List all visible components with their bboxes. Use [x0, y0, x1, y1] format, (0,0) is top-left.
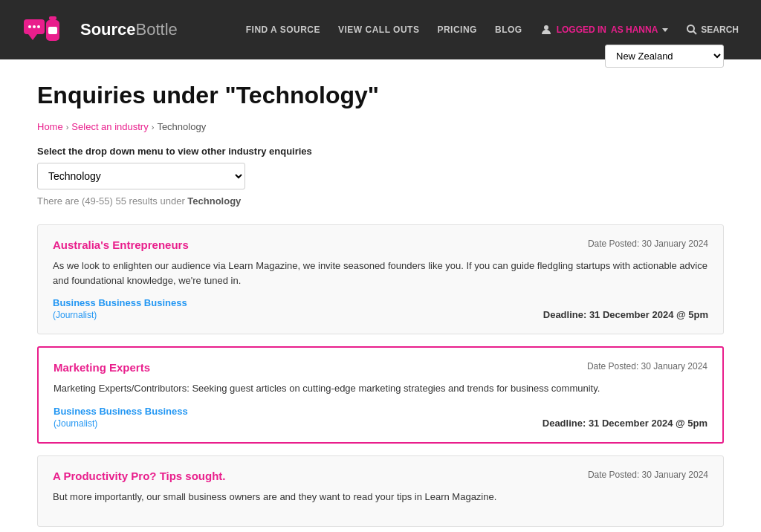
- card-title-1: Marketing Experts: [54, 361, 150, 374]
- card-footer-0: Business Business Business (Journalist) …: [53, 296, 708, 320]
- card-date-1: Date Posted: 30 January 2024: [587, 361, 707, 372]
- card-description-1: Marketing Experts/Contributors: Seeking …: [54, 381, 707, 396]
- logo-icon: [22, 13, 74, 47]
- nav-view-callouts[interactable]: VIEW CALL OUTS: [338, 25, 419, 35]
- nav-find-source[interactable]: FIND A SOURCE: [246, 25, 320, 35]
- user-menu[interactable]: LOGGED IN AS HANNA: [540, 24, 669, 36]
- search-button[interactable]: SEARCH: [686, 24, 739, 36]
- logo-svg: [22, 13, 74, 47]
- card-journalist-0: (Journalist): [53, 310, 97, 320]
- card-date-0: Date Posted: 30 January 2024: [588, 239, 708, 249]
- search-icon: [686, 24, 698, 36]
- user-menu-chevron: [662, 28, 668, 32]
- country-select[interactable]: Australia New Zealand United Kingdom Uni…: [605, 45, 724, 68]
- main-content: Australia New Zealand United Kingdom Uni…: [0, 59, 761, 532]
- svg-rect-2: [49, 16, 56, 20]
- card-tags-0: Business Business Business (Journalist): [53, 296, 187, 320]
- svg-point-9: [687, 25, 694, 32]
- breadcrumb-industry[interactable]: Select an industry: [71, 121, 148, 132]
- breadcrumb-sep-2: ›: [152, 123, 155, 132]
- logo[interactable]: SourceBottle: [22, 13, 178, 47]
- breadcrumb: Home › Select an industry › Technology: [37, 121, 724, 132]
- svg-point-8: [544, 25, 548, 30]
- enquiry-card-0: Australia's Entrepreneurs Date Posted: 3…: [37, 224, 724, 334]
- svg-marker-1: [28, 34, 37, 40]
- main-nav: FIND A SOURCE VIEW CALL OUTS PRICING BLO…: [246, 24, 739, 36]
- search-label: SEARCH: [701, 25, 739, 35]
- breadcrumb-current: Technology: [157, 121, 206, 132]
- card-header-0: Australia's Entrepreneurs Date Posted: 3…: [53, 239, 708, 251]
- filter-label: Select the drop down menu to view other …: [37, 146, 724, 157]
- logged-in-label: LOGGED IN: [557, 25, 606, 35]
- card-tags-link-1[interactable]: Business Business Business: [54, 406, 188, 417]
- card-footer-1: Business Business Business (Journalist) …: [54, 405, 707, 429]
- logo-text: SourceBottle: [80, 21, 178, 39]
- svg-rect-4: [48, 27, 57, 34]
- enquiry-card-2: A Productivity Pro? Tips sought. Date Po…: [37, 455, 724, 528]
- user-icon: [540, 24, 552, 36]
- as-hanna-label: AS HANNA: [611, 25, 658, 35]
- nav-pricing[interactable]: PRICING: [437, 25, 477, 35]
- card-journalist-1: (Journalist): [54, 418, 97, 429]
- svg-point-6: [33, 25, 36, 28]
- breadcrumb-home[interactable]: Home: [37, 121, 63, 132]
- svg-point-7: [37, 25, 40, 28]
- card-tags-1: Business Business Business (Journalist): [54, 405, 188, 429]
- card-date-2: Date Posted: 30 January 2024: [588, 470, 708, 480]
- svg-point-5: [28, 25, 31, 28]
- page-title: Enquiries under "Technology": [37, 82, 724, 109]
- card-title-link-0[interactable]: Australia's Entrepreneurs: [53, 239, 189, 251]
- breadcrumb-sep-1: ›: [66, 123, 69, 132]
- card-title-link-1[interactable]: Marketing Experts: [54, 361, 150, 374]
- country-selector-wrap: Australia New Zealand United Kingdom Uni…: [605, 45, 724, 68]
- card-title-0: Australia's Entrepreneurs: [53, 239, 189, 251]
- results-text: There are (49-55) 55 results under: [37, 195, 185, 207]
- card-header-1: Marketing Experts Date Posted: 30 Januar…: [54, 361, 707, 374]
- card-header-2: A Productivity Pro? Tips sought. Date Po…: [53, 470, 708, 482]
- card-tags-link-0[interactable]: Business Business Business: [53, 297, 187, 308]
- enquiry-list: Australia's Entrepreneurs Date Posted: 3…: [37, 224, 724, 527]
- results-count: There are (49-55) 55 results under Techn…: [37, 195, 724, 207]
- nav-blog[interactable]: BLOG: [495, 25, 522, 35]
- card-description-0: As we look to enlighten our audience via…: [53, 259, 708, 288]
- card-description-2: But more importantly, our small business…: [53, 490, 708, 505]
- results-industry: Technology: [187, 195, 241, 207]
- card-deadline-1: Deadline: 31 December 2024 @ 5pm: [543, 418, 707, 429]
- svg-line-10: [693, 31, 696, 34]
- card-deadline-0: Deadline: 31 December 2024 @ 5pm: [543, 309, 708, 320]
- card-title-2: A Productivity Pro? Tips sought.: [53, 470, 226, 482]
- card-title-link-2[interactable]: A Productivity Pro? Tips sought.: [53, 470, 226, 482]
- enquiry-card-1: Marketing Experts Date Posted: 30 Januar…: [37, 346, 724, 444]
- industry-select[interactable]: Technology Business Health Finance Marke…: [37, 163, 245, 189]
